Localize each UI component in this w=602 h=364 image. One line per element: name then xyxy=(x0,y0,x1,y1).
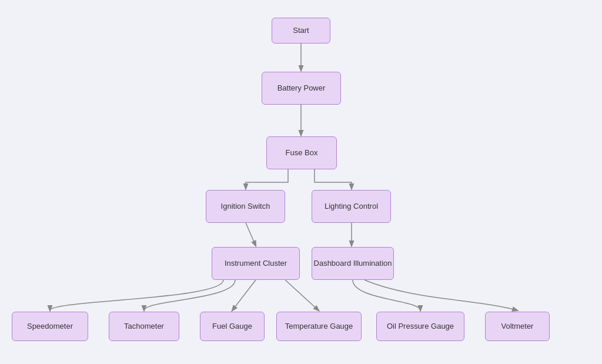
node-ignition: Ignition Switch xyxy=(206,190,285,223)
svg-line-4 xyxy=(232,280,256,310)
node-tachometer: Tachometer xyxy=(109,312,179,341)
node-voltmeter: Voltmeter xyxy=(485,312,550,341)
svg-line-5 xyxy=(285,280,319,310)
node-instrument: Instrument Cluster xyxy=(212,247,300,280)
node-speedometer: Speedometer xyxy=(12,312,88,341)
node-battery: Battery Power xyxy=(262,72,341,105)
svg-line-2 xyxy=(246,223,256,246)
diagram-container: Start Battery Power Fuse Box Ignition Sw… xyxy=(0,0,602,364)
node-tempgauge: Temperature Gauge xyxy=(276,312,362,341)
node-start: Start xyxy=(272,18,330,44)
node-lighting: Lighting Control xyxy=(312,190,391,223)
node-fusebox: Fuse Box xyxy=(266,136,337,169)
node-dashboard: Dashboard Illumination xyxy=(312,247,394,280)
arrows-svg xyxy=(0,0,602,364)
node-fuelgauge: Fuel Gauge xyxy=(200,312,265,341)
node-oilpressure: Oil Pressure Gauge xyxy=(376,312,464,341)
